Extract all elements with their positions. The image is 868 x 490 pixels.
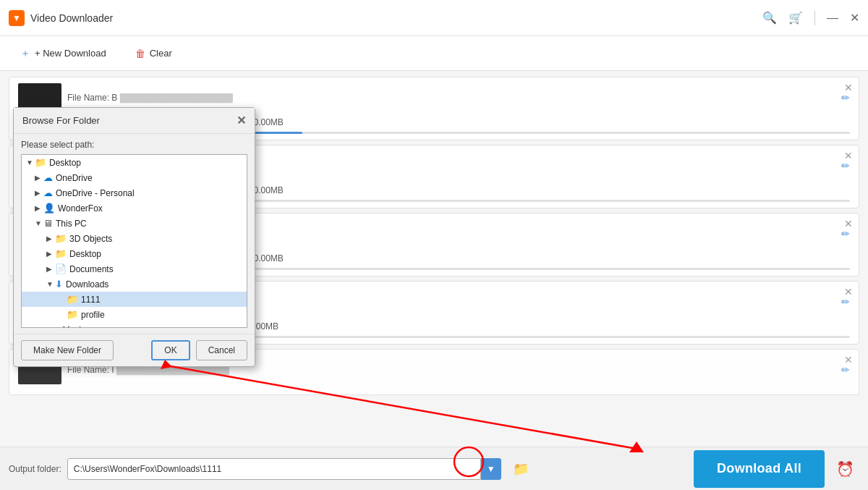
tree-item-1111[interactable]: 📁 1111 (22, 292, 247, 307)
tree-label-thispc: This PC (56, 219, 87, 229)
tree-item-onedrive-personal[interactable]: ▶ ☁ OneDrive - Personal (22, 185, 247, 200)
tree-label-onedrive-personal: OneDrive - Personal (56, 188, 135, 198)
tree-label-onedrive: OneDrive (56, 173, 93, 183)
dialog-overlay: Browse For Folder ✕ Please select path: … (0, 0, 868, 490)
dialog-prompt: Please select path: (21, 140, 247, 150)
tree-label-profile: profile (81, 310, 105, 320)
dialog-ok-cancel: OK Cancel (151, 340, 247, 360)
tree-item-thispc[interactable]: ▼ 🖥 This PC (22, 216, 247, 231)
tree-toggle-1111 (58, 295, 67, 303)
tree-item-profile[interactable]: 📁 profile (22, 307, 247, 322)
tree-label-music: Music (63, 325, 85, 329)
tree-toggle-profile (58, 311, 67, 318)
dialog-titlebar: Browse For Folder ✕ (14, 108, 255, 134)
dialog-body: Please select path: ▼ 📁 Desktop ▶ ☁ OneD… (14, 134, 255, 334)
tree-toggle-downloads: ▼ (46, 280, 55, 288)
folder-icon-desktop: 📁 (35, 157, 46, 168)
tree-toggle-onedrive-personal: ▶ (35, 189, 43, 197)
tree-item-3dobjects[interactable]: ▶ 📁 3D Objects (22, 231, 247, 246)
dialog-footer: Make New Folder OK Cancel (14, 334, 255, 366)
pc-icon: 🖥 (43, 218, 53, 229)
dialog-title: Browse For Folder (22, 115, 100, 126)
folder-icon-documents: 📄 (55, 263, 67, 274)
tree-toggle-thispc: ▼ (35, 219, 43, 227)
dialog-cancel-button[interactable]: Cancel (196, 340, 247, 360)
tree-label-documents: Documents (69, 264, 114, 274)
folder-icon-desktop2: 📁 (55, 248, 67, 259)
dialog-ok-button[interactable]: OK (151, 340, 190, 360)
tree-label-wonderfox: WonderFox (58, 203, 103, 214)
folder-tree[interactable]: ▼ 📁 Desktop ▶ ☁ OneDrive ▶ ☁ OneDrive - … (21, 154, 247, 328)
tree-item-onedrive[interactable]: ▶ ☁ OneDrive (22, 170, 247, 185)
user-icon-wonderfox: 👤 (43, 203, 55, 214)
tree-toggle-desktop2: ▶ (46, 250, 55, 258)
cloud-icon-onedrive: ☁ (43, 172, 53, 183)
music-icon: ♪ (55, 324, 60, 328)
tree-item-desktop[interactable]: ▼ 📁 Desktop (22, 155, 247, 170)
browse-folder-dialog: Browse For Folder ✕ Please select path: … (13, 107, 255, 367)
dialog-close-button[interactable]: ✕ (237, 114, 246, 127)
tree-item-desktop2[interactable]: ▶ 📁 Desktop (22, 246, 247, 261)
tree-label-desktop2: Desktop (69, 249, 101, 259)
tree-label-desktop: Desktop (49, 158, 81, 168)
folder-icon-3dobjects: 📁 (55, 233, 67, 244)
tree-toggle-onedrive: ▶ (35, 174, 43, 182)
tree-toggle-3dobjects: ▶ (46, 235, 55, 242)
folder-icon-1111: 📁 (67, 294, 78, 305)
tree-item-wonderfox[interactable]: ▶ 👤 WonderFox (22, 200, 247, 216)
tree-toggle-desktop: ▼ (26, 159, 35, 166)
make-new-folder-button[interactable]: Make New Folder (21, 340, 114, 360)
tree-item-music[interactable]: ▶ ♪ Music (22, 322, 247, 328)
tree-label-downloads: Downloads (66, 279, 109, 290)
tree-label-3dobjects: 3D Objects (69, 234, 112, 244)
folder-icon-profile: 📁 (67, 309, 78, 320)
tree-item-documents[interactable]: ▶ 📄 Documents (22, 261, 247, 276)
tree-toggle-documents: ▶ (46, 265, 55, 273)
download-icon-downloads: ⬇ (55, 279, 63, 290)
tree-label-1111: 1111 (81, 295, 101, 305)
tree-item-downloads[interactable]: ▼ ⬇ Downloads (22, 276, 247, 292)
tree-toggle-music: ▶ (46, 326, 55, 328)
tree-toggle-wonderfox: ▶ (35, 204, 43, 212)
cloud-icon-onedrive-personal: ☁ (43, 187, 53, 198)
